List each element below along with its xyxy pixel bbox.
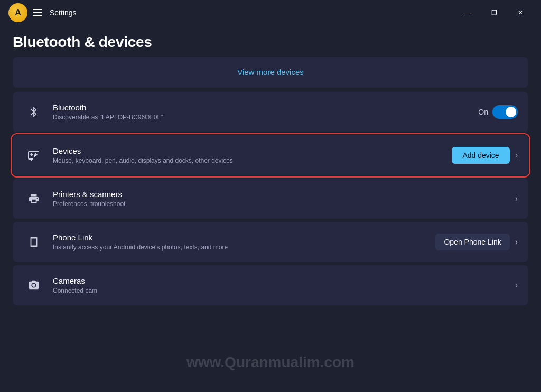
minimize-button[interactable]: — [455, 4, 480, 21]
maximize-button[interactable]: ❐ [482, 4, 506, 21]
cameras-right: › [515, 281, 518, 290]
devices-subtitle: Mouse, keyboard, pen, audio, displays an… [53, 157, 452, 164]
cameras-chevron: › [515, 281, 518, 290]
view-more-devices-label: View more devices [237, 68, 304, 77]
cameras-item[interactable]: Cameras Connected cam › [13, 265, 528, 305]
bluetooth-icon [23, 101, 44, 123]
devices-content: Devices Mouse, keyboard, pen, audio, dis… [53, 146, 452, 164]
bluetooth-right: On [478, 105, 518, 119]
bluetooth-toggle-container: On [478, 105, 518, 119]
devices-right: Add device › [452, 147, 518, 164]
printers-icon [23, 188, 44, 209]
bluetooth-subtitle: Discoverable as "LAPTOP-BC96OF0L" [53, 114, 478, 121]
printers-content: Printers & scanners Preferences, trouble… [53, 190, 515, 208]
phone-link-subtitle: Instantly access your Android device's p… [53, 244, 435, 251]
printers-item[interactable]: Printers & scanners Preferences, trouble… [13, 179, 528, 219]
phone-link-chevron: › [515, 237, 518, 247]
settings-list: Bluetooth Discoverable as "LAPTOP-BC96OF… [0, 92, 541, 305]
cameras-title: Cameras [53, 276, 515, 285]
bluetooth-toggle[interactable] [492, 105, 518, 119]
title-bar-controls: — ❐ ✕ [455, 4, 533, 21]
page-header: Bluetooth & devices [0, 25, 541, 57]
phone-link-right: Open Phone Link › [435, 234, 518, 250]
printers-chevron: › [515, 194, 518, 203]
bluetooth-item[interactable]: Bluetooth Discoverable as "LAPTOP-BC96OF… [13, 92, 528, 132]
bluetooth-content: Bluetooth Discoverable as "LAPTOP-BC96OF… [53, 103, 478, 121]
cameras-content: Cameras Connected cam [53, 276, 515, 294]
printers-right: › [515, 194, 518, 203]
bluetooth-title: Bluetooth [53, 103, 478, 112]
open-phone-link-button[interactable]: Open Phone Link [435, 234, 509, 250]
title-bar: A Settings — ❐ ✕ [0, 0, 541, 25]
add-device-button[interactable]: Add device [452, 147, 509, 164]
watermark: www.Quranmualim.com [186, 354, 355, 371]
hamburger-icon[interactable] [33, 9, 42, 16]
close-button[interactable]: ✕ [508, 4, 533, 21]
printers-subtitle: Preferences, troubleshoot [53, 200, 515, 208]
devices-chevron: › [515, 151, 518, 160]
devices-title: Devices [53, 146, 452, 155]
page-title: Bluetooth & devices [13, 34, 528, 51]
view-more-devices-banner[interactable]: View more devices [13, 57, 528, 88]
app-logo: A [8, 3, 27, 22]
devices-icon [23, 145, 44, 166]
title-bar-left: A Settings [8, 3, 77, 22]
devices-item[interactable]: Devices Mouse, keyboard, pen, audio, dis… [13, 135, 528, 175]
cameras-icon [23, 275, 44, 296]
cameras-subtitle: Connected cam [53, 287, 515, 294]
phone-link-title: Phone Link [53, 233, 435, 242]
phone-link-content: Phone Link Instantly access your Android… [53, 233, 435, 251]
phone-link-icon [23, 231, 44, 253]
title-bar-title: Settings [50, 8, 77, 17]
phone-link-item[interactable]: Phone Link Instantly access your Android… [13, 222, 528, 262]
bluetooth-toggle-label: On [478, 108, 488, 116]
printers-title: Printers & scanners [53, 190, 515, 199]
